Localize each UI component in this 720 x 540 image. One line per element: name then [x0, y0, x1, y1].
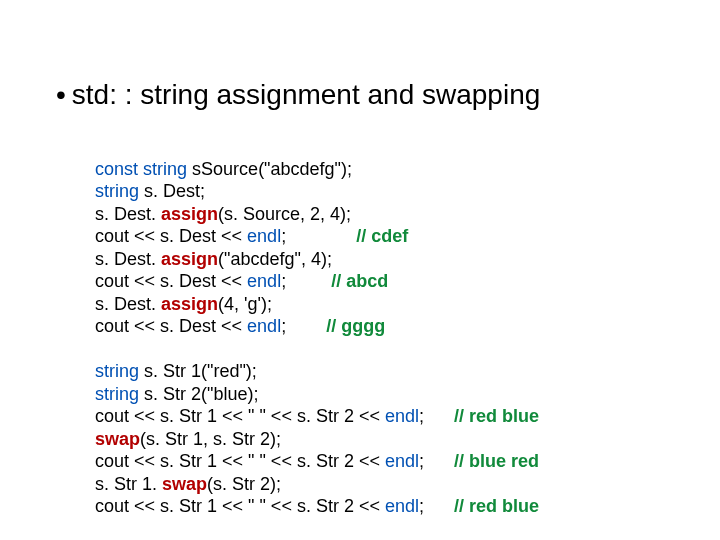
code-line: cout << s. Dest << endl; // abcd	[95, 271, 388, 291]
code-line: const string sSource("abcdefg");	[95, 159, 352, 179]
code-line: string s. Str 2("blue);	[95, 384, 258, 404]
code-line: cout << s. Str 1 << " " << s. Str 2 << e…	[95, 451, 539, 471]
code-line: s. Dest. assign("abcdefg", 4);	[95, 249, 332, 269]
code-line: cout << s. Dest << endl; // gggg	[95, 316, 385, 336]
title-text: std: : string assignment and swapping	[72, 79, 540, 110]
code-line: s. Dest. assign(s. Source, 2, 4);	[95, 204, 351, 224]
slide: •std: : string assignment and swapping c…	[0, 0, 720, 540]
code-line: cout << s. Dest << endl; // cdef	[95, 226, 408, 246]
code-line: cout << s. Str 1 << " " << s. Str 2 << e…	[95, 406, 539, 426]
code-line: s. Str 1. swap(s. Str 2);	[95, 474, 281, 494]
code-line: cout << s. Str 1 << " " << s. Str 2 << e…	[95, 496, 539, 516]
code-line: string s. Dest;	[95, 181, 205, 201]
code-line: string s. Str 1("red");	[95, 361, 257, 381]
slide-title: •std: : string assignment and swapping	[56, 80, 540, 111]
code-block: const string sSource("abcdefg"); string …	[95, 135, 539, 518]
code-line: s. Dest. assign(4, 'g');	[95, 294, 272, 314]
code-line: swap(s. Str 1, s. Str 2);	[95, 429, 281, 449]
bullet-icon: •	[56, 80, 66, 111]
